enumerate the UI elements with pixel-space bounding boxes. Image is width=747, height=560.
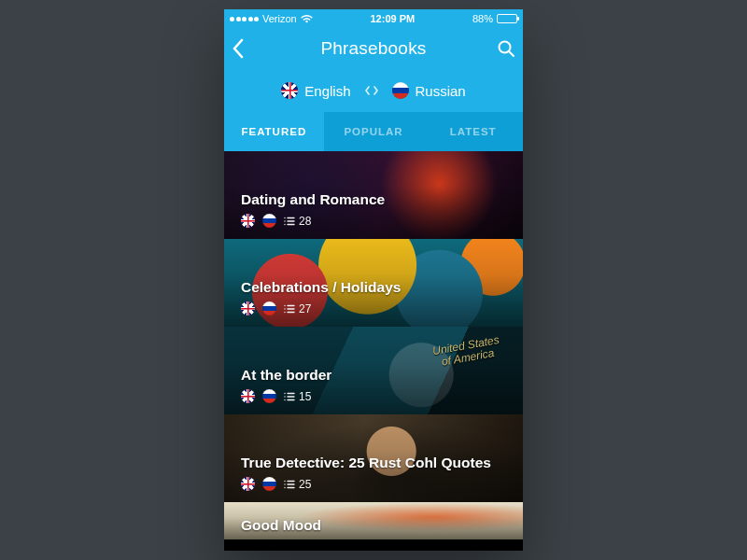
list-item-title: True Detective: 25 Rust Cohl Quotes (241, 455, 506, 471)
tab-popular[interactable]: POPULAR (324, 112, 424, 151)
list-item-title: Celebrations / Holidays (241, 279, 506, 296)
flag-ru-icon (262, 301, 276, 315)
status-right: 88% (472, 13, 517, 24)
flag-uk-icon (241, 214, 255, 228)
flag-uk-icon (281, 82, 298, 99)
list-item-count: 28 (299, 215, 311, 228)
list-item-title: At the border (241, 367, 506, 384)
status-left: Verizon (230, 13, 313, 24)
flag-uk-icon (241, 477, 255, 491)
list-item[interactable]: Good Mood (224, 502, 523, 539)
list-icon (284, 392, 295, 401)
list-item-count: 27 (299, 302, 311, 315)
list-item-count: 25 (299, 478, 311, 491)
list-item-meta: 15 (241, 389, 506, 403)
list-item-title: Dating and Romance (241, 191, 506, 208)
flag-uk-icon (241, 301, 255, 315)
flag-uk-icon (241, 389, 255, 403)
lang-from-label: English (304, 83, 350, 99)
battery-pct: 88% (472, 13, 493, 24)
lang-to-label: Russian (416, 83, 466, 99)
list-item[interactable]: Celebrations / Holidays 27 (224, 239, 523, 327)
back-button[interactable] (232, 38, 260, 59)
carrier-label: Verizon (262, 13, 297, 24)
status-time: 12:09 PM (313, 13, 472, 24)
flag-ru-icon (262, 214, 276, 228)
phone-frame: Verizon 12:09 PM 88% Phrasebooks English (224, 9, 523, 551)
list-icon (284, 217, 295, 226)
list-item-count: 15 (299, 390, 311, 403)
swap-languages-button[interactable] (364, 83, 379, 99)
phrasebook-list[interactable]: Dating and Romance 28 Celebrations / Hol… (224, 151, 523, 551)
tabs: FEATURED POPULAR LATEST (224, 112, 523, 151)
battery-icon (497, 14, 517, 23)
signal-dots-icon (230, 17, 259, 21)
passport-decoration: United Statesof America (431, 334, 501, 369)
search-button[interactable] (487, 39, 515, 58)
swap-icon (364, 85, 379, 96)
list-item-title: Good Mood (241, 517, 506, 534)
nav-bar: Phrasebooks (224, 28, 523, 69)
status-bar: Verizon 12:09 PM 88% (224, 9, 523, 28)
page-title: Phrasebooks (260, 38, 487, 59)
list-item[interactable]: Dating and Romance 28 (224, 151, 523, 239)
tab-latest[interactable]: LATEST (423, 112, 523, 151)
wifi-icon (301, 14, 313, 23)
lang-from[interactable]: English (281, 82, 350, 99)
tab-featured[interactable]: FEATURED (224, 112, 324, 151)
list-item-meta: 28 (241, 214, 506, 228)
svg-line-1 (509, 51, 514, 56)
lang-to[interactable]: Russian (392, 82, 466, 99)
language-row: English Russian (224, 69, 523, 112)
list-icon (284, 480, 295, 489)
list-icon (284, 304, 295, 314)
flag-ru-icon (262, 389, 276, 403)
list-item[interactable]: United Statesof America At the border 15 (224, 327, 523, 414)
chevron-left-icon (232, 38, 245, 59)
search-icon (497, 39, 515, 58)
flag-ru-icon (262, 477, 276, 491)
list-item-meta: 27 (241, 301, 506, 315)
list-item[interactable]: True Detective: 25 Rust Cohl Quotes 25 (224, 414, 523, 502)
list-item-meta: 25 (241, 477, 506, 491)
flag-ru-icon (392, 82, 409, 99)
